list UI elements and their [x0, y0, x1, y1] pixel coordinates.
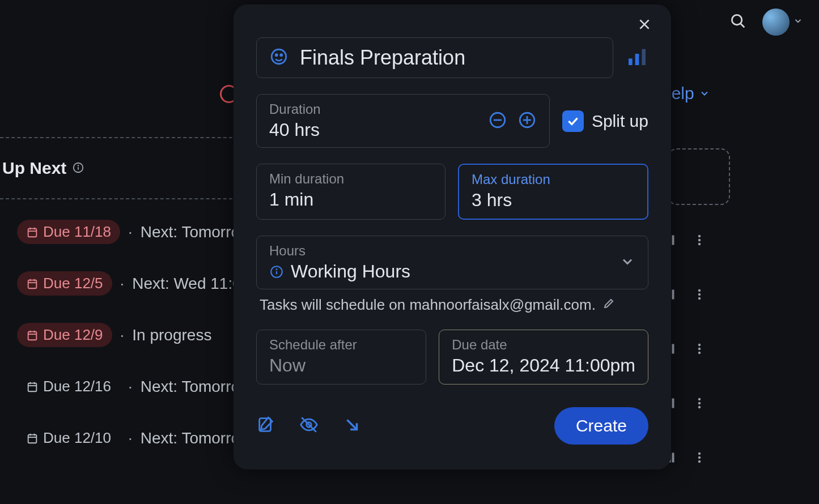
- task-row[interactable]: Due 12/10 · Next: Tomorrow: [0, 412, 238, 464]
- notes-icon[interactable]: [256, 415, 275, 437]
- more-icon[interactable]: [693, 451, 706, 467]
- task-next-text: Next: Wed 11:00: [132, 275, 250, 293]
- search-icon[interactable]: [729, 12, 746, 32]
- visibility-off-icon[interactable]: [299, 415, 319, 437]
- svg-rect-61: [635, 54, 639, 65]
- task-row[interactable]: Due 12/9 · In progress: [0, 309, 238, 361]
- separator: ·: [120, 326, 125, 344]
- section-header-upnext: Up Next: [0, 145, 238, 191]
- more-icon[interactable]: [693, 396, 706, 412]
- dropzone[interactable]: [668, 148, 730, 205]
- more-icon[interactable]: [693, 233, 706, 249]
- separator: ·: [120, 275, 125, 293]
- max-duration-value: 3 hrs: [472, 190, 635, 211]
- priority-icon[interactable]: [626, 45, 648, 70]
- svg-point-40: [698, 344, 701, 346]
- separator: ·: [128, 223, 133, 241]
- duration-label: Duration: [269, 101, 478, 117]
- duration-field[interactable]: Duration 40 hrs: [256, 94, 550, 148]
- due-date-value: Dec 12, 2024 11:00pm: [452, 355, 635, 376]
- schedule-after-label: Schedule after: [269, 337, 413, 353]
- help-label: lelp: [668, 84, 694, 103]
- svg-point-58: [275, 54, 277, 56]
- hours-value: Working Hours: [291, 261, 410, 282]
- svg-point-42: [698, 352, 701, 354]
- svg-rect-5: [28, 228, 37, 237]
- due-date-field[interactable]: Due date Dec 12, 2024 11:00pm: [439, 330, 648, 385]
- task-row[interactable]: Due 12/5 · Next: Wed 11:00: [0, 258, 238, 309]
- svg-point-59: [281, 54, 282, 56]
- duration-value: 40 hrs: [269, 119, 478, 140]
- due-badge: Due 11/18: [17, 220, 120, 244]
- task-list: Up Next Due 11/18 · Next: TomorrowDue 12…: [0, 130, 238, 464]
- chevron-down-icon: [619, 254, 635, 272]
- account-menu[interactable]: [762, 8, 803, 36]
- svg-point-70: [276, 269, 277, 270]
- min-duration-field[interactable]: Min duration 1 min: [256, 164, 445, 220]
- max-duration-field[interactable]: Max duration 3 hrs: [458, 164, 648, 220]
- more-icon[interactable]: [693, 342, 706, 358]
- svg-point-35: [698, 293, 701, 296]
- hours-field[interactable]: Hours Working Hours: [256, 236, 648, 289]
- svg-point-0: [732, 15, 742, 25]
- schedule-after-value: Now: [269, 355, 413, 376]
- task-title-input[interactable]: Finals Preparation: [256, 37, 613, 78]
- svg-point-30: [698, 243, 701, 245]
- min-duration-value: 1 min: [269, 189, 432, 210]
- task-row[interactable]: Due 12/16 · Next: Tomorrow: [0, 361, 238, 412]
- svg-rect-60: [629, 58, 633, 65]
- due-date-label: Due date: [452, 337, 635, 353]
- create-button[interactable]: Create: [554, 407, 648, 445]
- svg-point-57: [271, 49, 286, 64]
- duration-increment[interactable]: [517, 110, 537, 132]
- svg-rect-27: [672, 236, 674, 245]
- svg-rect-17: [28, 383, 37, 391]
- svg-rect-13: [28, 331, 37, 340]
- svg-line-74: [347, 420, 357, 430]
- svg-rect-9: [28, 280, 37, 288]
- svg-point-4: [78, 165, 79, 166]
- task-next-text: In progress: [132, 326, 211, 344]
- svg-point-54: [698, 460, 701, 463]
- avatar: [762, 8, 790, 36]
- hours-label: Hours: [269, 243, 619, 259]
- emoji-icon[interactable]: [269, 47, 288, 69]
- svg-rect-21: [28, 434, 37, 443]
- close-button[interactable]: [637, 17, 652, 34]
- svg-rect-33: [672, 290, 674, 299]
- more-icon[interactable]: [693, 288, 706, 304]
- svg-point-36: [698, 297, 701, 300]
- due-badge: Due 12/16: [17, 374, 120, 399]
- svg-point-47: [698, 402, 701, 404]
- max-duration-label: Max duration: [472, 172, 635, 187]
- divider: [0, 137, 238, 138]
- svg-point-46: [698, 398, 701, 400]
- svg-rect-51: [672, 453, 674, 462]
- separator: ·: [128, 378, 133, 396]
- splitup-toggle[interactable]: Split up: [562, 94, 648, 148]
- svg-rect-62: [642, 49, 646, 65]
- schedule-note: Tasks will schedule on mahnoorfaisalx@gm…: [256, 296, 648, 314]
- expand-icon[interactable]: [342, 415, 362, 437]
- duration-decrement[interactable]: [488, 110, 507, 132]
- edit-icon[interactable]: [602, 296, 616, 314]
- due-badge: Due 12/10: [17, 426, 120, 450]
- topbar: [729, 0, 819, 44]
- svg-point-29: [698, 239, 701, 241]
- svg-point-52: [698, 452, 701, 455]
- svg-line-1: [741, 24, 744, 27]
- svg-point-41: [698, 348, 701, 350]
- schedule-after-field[interactable]: Schedule after Now: [256, 330, 426, 385]
- svg-point-48: [698, 406, 701, 408]
- upnext-label: Up Next: [2, 159, 66, 178]
- help-link[interactable]: lelp: [668, 84, 710, 103]
- svg-rect-45: [672, 399, 674, 408]
- separator: ·: [128, 429, 133, 447]
- svg-point-28: [698, 235, 701, 237]
- due-badge: Due 12/9: [17, 323, 112, 347]
- divider: [0, 198, 238, 199]
- splitup-label: Split up: [592, 112, 648, 131]
- task-row[interactable]: Due 11/18 · Next: Tomorrow: [0, 206, 238, 258]
- create-task-modal: Finals Preparation Duration 40 hrs Split…: [234, 5, 671, 469]
- info-icon[interactable]: [72, 159, 84, 178]
